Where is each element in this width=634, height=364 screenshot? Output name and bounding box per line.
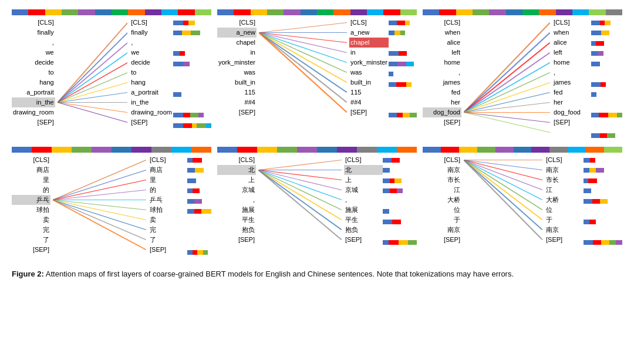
color-bar-5: [217, 147, 417, 153]
right-token-5-7: 抱负: [344, 225, 383, 235]
left-token-6-0: [CLS]: [423, 155, 461, 165]
svg-line-23: [464, 43, 550, 113]
right-bar-row-3-7: [591, 90, 622, 100]
right-bar-row-1-10: [173, 120, 211, 131]
right-bar-row-5-6: [383, 217, 417, 227]
right-bar-row-5-7: [383, 227, 417, 238]
right-token-1-1: finally: [130, 28, 173, 38]
left-token-5-2: 上: [217, 175, 256, 185]
left-token-4-3: 的: [12, 185, 50, 195]
left-token-2-9: [SEP]: [217, 107, 257, 117]
right-token-3-1: when: [552, 28, 591, 38]
right-token-4-7: 完: [149, 225, 187, 235]
right-token-3-3: left: [552, 48, 591, 58]
right-bars-3: [591, 18, 622, 141]
left-token-5-3: 京城: [217, 185, 256, 195]
right-bar-row-5-4: [383, 196, 417, 207]
right-token-5-3: 京城: [344, 185, 383, 195]
right-bar-row-3-6: [591, 79, 622, 90]
left-token-4-1: 商店: [12, 165, 50, 175]
right-bar-row-6-1: [584, 166, 622, 176]
right-token-3-7: fed: [552, 87, 591, 97]
left-token-4-5: 球拍: [12, 205, 50, 215]
svg-middle-5: [258, 155, 342, 248]
right-bars-5: [383, 155, 417, 248]
left-token-2-3: in: [217, 48, 257, 58]
right-bar-row-1-7: [173, 90, 211, 100]
left-token-1-2: ,: [12, 38, 55, 48]
right-bar-row-1-3: [173, 49, 211, 59]
right-bar-row-2-3: [389, 49, 417, 59]
right-bar-row-6-4: [584, 196, 622, 207]
left-token-1-4: decide: [12, 58, 55, 68]
right-token-4-3: 的: [149, 185, 187, 195]
svg-line-10: [58, 103, 128, 123]
right-bar-row-2-4: [389, 59, 417, 69]
left-token-2-4: york_minster: [217, 58, 257, 68]
left-token-6-4: 大桥: [423, 195, 461, 205]
right-token-2-8: ##4: [349, 97, 389, 107]
left-token-4-7: 完: [12, 225, 50, 235]
right-token-4-6: 卖: [149, 215, 187, 225]
right-bar-row-6-6: [584, 217, 622, 227]
left-token-6-8: [SEP]: [423, 235, 461, 245]
svg-line-16: [259, 33, 347, 73]
right-bar-row-3-5: [591, 69, 622, 80]
right-token-4-9: [SEP]: [149, 245, 187, 255]
svg-line-25: [464, 63, 550, 113]
left-token-1-10: [SEP]: [12, 117, 55, 127]
svg-line-57: [464, 160, 542, 210]
right-bar-row-1-1: [173, 28, 211, 39]
left-token-3-0: [CLS]: [423, 18, 461, 28]
svg-line-38: [53, 200, 146, 210]
right-bar-row-3-2: [591, 38, 622, 49]
caption-text: Attention maps of first layers of coarse…: [44, 269, 514, 278]
left-tokens-2: [CLS]a_newchapelinyork_minsterwasbuilt_i…: [217, 18, 259, 120]
right-token-2-2: chapel: [349, 38, 389, 48]
left-token-1-9: drawing_room: [12, 107, 55, 117]
right-bar-row-3-10: [591, 120, 622, 131]
right-bars-1: [173, 18, 211, 131]
left-token-6-6: 于: [423, 215, 461, 225]
left-token-5-8: [SEP]: [217, 235, 256, 245]
left-token-1-7: a_portrait: [12, 87, 55, 97]
right-bar-row-3-9: [591, 110, 622, 121]
right-bar-row-4-9: [187, 248, 211, 258]
color-bar-1: [12, 9, 211, 15]
right-token-5-1: 北: [344, 165, 383, 175]
svg-line-48: [258, 170, 342, 210]
right-token-6-3: 江: [545, 185, 584, 195]
right-token-1-8: in_the: [130, 97, 173, 107]
left-token-1-5: to: [12, 68, 55, 77]
attention-panel-6: [CLS]南京市长江大桥位于南京[SEP][CLS]南京市长江大桥位于南京[SE…: [423, 147, 622, 258]
svg-line-11: [259, 23, 347, 33]
right-bar-row-4-7: [187, 227, 211, 238]
left-token-3-4: home: [423, 58, 461, 68]
right-bar-row-2-7: [389, 90, 417, 100]
right-bar-row-4-3: [187, 186, 211, 197]
right-token-4-5: 球拍: [149, 205, 187, 215]
right-bar-row-5-8: [383, 237, 417, 248]
attention-panel-4: [CLS]商店里的乒乓球拍卖完了[SEP][CLS]商店里的乒乓球拍卖完了[SE…: [12, 147, 211, 258]
svg-line-33: [53, 160, 146, 200]
right-bar-row-5-0: [383, 155, 417, 166]
right-bar-row-3-1: [591, 28, 622, 39]
svg-line-32: [464, 113, 550, 133]
svg-line-34: [53, 170, 146, 200]
svg-line-51: [258, 170, 342, 240]
right-bar-row-1-5: [173, 69, 211, 80]
right-token-4-0: [CLS]: [149, 155, 187, 165]
right-bar-row-3-3: [591, 49, 622, 59]
left-token-6-2: 市长: [423, 175, 461, 185]
attention-panel-1: [CLS]finally,wedecidetohanga_portraitin_…: [12, 9, 211, 141]
svg-middle-4: [53, 155, 146, 258]
left-token-6-5: 位: [423, 205, 461, 215]
svg-line-36: [53, 190, 146, 200]
svg-middle-2: [259, 18, 347, 120]
right-bars-4: [187, 155, 211, 258]
left-token-1-3: we: [12, 48, 55, 58]
right-bar-row-3-4: [591, 59, 622, 69]
attention-panel-5: [CLS]北上京城,施展平生抱负[SEP][CLS]北上京城,施展平生抱负[SE…: [217, 147, 417, 258]
right-token-6-4: 大桥: [545, 195, 584, 205]
right-bar-row-4-4: [187, 196, 211, 207]
